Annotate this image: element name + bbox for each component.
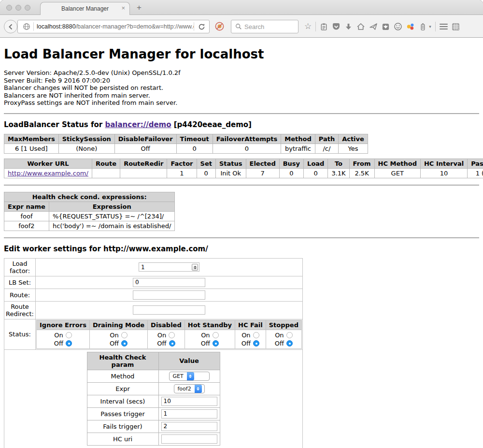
on-label: On — [201, 332, 210, 339]
col-method: Method — [281, 134, 315, 144]
search-input[interactable] — [244, 23, 298, 30]
reload-button[interactable] — [194, 23, 209, 30]
toolbar-divider — [315, 22, 316, 31]
radio-draining-mode-off[interactable] — [121, 340, 128, 347]
home-icon[interactable] — [356, 22, 365, 31]
browser-tab[interactable]: Balancer Manager × — [40, 2, 130, 15]
url-text[interactable]: localhost:8880/balancer-manager?b=demo&w… — [34, 23, 194, 30]
edit-worker-heading: Edit worker settings for http://www.exam… — [4, 245, 479, 253]
route-input[interactable] — [133, 290, 205, 300]
radio-hc-fail-on[interactable] — [253, 332, 259, 338]
table-row: foof2 hc('body') =~ /domain is establish… — [4, 221, 175, 231]
search-bar[interactable] — [231, 20, 298, 33]
worker-table: Worker URL Route RouteRedir Factor Set S… — [4, 159, 483, 178]
col-path: Path — [315, 134, 338, 144]
back-arrow-icon — [8, 24, 14, 30]
radio-hot-standby-on[interactable] — [213, 332, 219, 338]
fails-input[interactable] — [161, 422, 217, 431]
send-page-icon[interactable] — [369, 22, 378, 31]
radio-disabled-on[interactable] — [169, 332, 175, 338]
bookmark-star-icon[interactable]: ☆ — [304, 22, 312, 31]
radio-hot-standby-off[interactable] — [213, 340, 219, 347]
status-header-row: Ignore Errors Draining Mode Disabled Hot… — [37, 320, 302, 330]
radio-disabled-off[interactable] — [169, 340, 175, 347]
on-label: On — [242, 332, 250, 339]
back-button[interactable] — [4, 20, 17, 33]
balancer-demo-link[interactable]: balancer://demo — [105, 120, 171, 129]
radio-stopped-off[interactable] — [286, 340, 293, 347]
form-row-route: Route: — [4, 289, 303, 301]
interval-label: Interval (secs) — [87, 395, 158, 407]
save-to-device-icon[interactable] — [382, 23, 390, 31]
status-table: Ignore Errors Draining Mode Disabled Hot… — [36, 320, 302, 349]
radio-stopped-on[interactable] — [286, 332, 293, 338]
toolbar-divider — [435, 22, 436, 31]
hc-uri-label: HC uri — [87, 433, 158, 445]
param-row-fails: Fails trigger) — [87, 420, 220, 433]
interval-input[interactable] — [161, 397, 217, 406]
heading-suffix: [p4420eeae_demo] — [171, 120, 252, 129]
notice-line: Balancer changes will NOT be persisted o… — [4, 84, 479, 92]
divider — [4, 237, 479, 238]
balancer-summary-table: MaxMembers StickySession DisableFailover… — [4, 134, 368, 154]
notice-line: ProxyPass settings are NOT inherited fro… — [4, 99, 479, 107]
new-tab-button[interactable]: + — [137, 3, 142, 13]
on-label: On — [110, 332, 118, 339]
param-row-passes: Passes trigger — [87, 407, 220, 420]
expr-select[interactable]: foof2 — [174, 384, 205, 393]
tile-tabs-icon[interactable] — [452, 23, 460, 31]
radio-ignore-errors-on[interactable] — [66, 332, 72, 338]
passes-label: Passes trigger — [87, 407, 158, 420]
extension-colordots-icon[interactable] — [406, 22, 415, 31]
lb-set-input[interactable] — [133, 278, 205, 287]
table-header-row: Expr name Expression — [4, 202, 175, 211]
chevron-down-icon[interactable]: ▾ — [429, 24, 431, 29]
passes-input[interactable] — [161, 409, 217, 419]
divider — [4, 113, 479, 114]
form-row-route-redirect: Route Redirect: — [4, 301, 303, 319]
worker-row: http://www.example.com/ 1 0 Init Ok 7 0 … — [4, 168, 483, 178]
health-check-param-table: Health Check param Value Method GET Expr — [87, 352, 220, 446]
table-row: foof %{REQUEST_STATUS} =~ /^[234]/ — [4, 211, 175, 221]
worker-url-link[interactable]: http://www.example.com/ — [8, 170, 88, 177]
tab-close-icon[interactable]: × — [121, 5, 125, 12]
method-select[interactable]: GET — [169, 372, 210, 381]
off-label: Off — [54, 340, 63, 347]
downloads-icon[interactable] — [344, 23, 353, 31]
form-row-status: Status: Ignore Errors Draining Mode Disa… — [4, 319, 303, 349]
battery-extension-icon[interactable] — [419, 23, 427, 31]
pocket-icon[interactable] — [332, 22, 341, 31]
window-minimize-button[interactable] — [15, 5, 21, 11]
param-row-hc-uri: HC uri — [87, 433, 220, 445]
heading-prefix: LoadBalancer Status for — [4, 120, 105, 129]
search-icon — [235, 23, 242, 30]
form-row-lb-set: LB Set: — [4, 276, 303, 289]
col-ignore-errors: Ignore Errors — [37, 320, 90, 330]
select-stepper-icon — [195, 385, 202, 393]
url-bar[interactable]: localhost:8880/balancer-manager?b=demo&w… — [17, 20, 210, 33]
col-timeout: Timeout — [176, 134, 213, 144]
server-info: Server Version: Apache/2.5.0-dev (Unix) … — [4, 69, 479, 107]
content-blocked-icon[interactable] — [214, 21, 225, 31]
status-radio-row: On Off On Off On Off — [37, 330, 302, 348]
number-stepper-icon[interactable] — [192, 264, 198, 271]
col-hc-fail: HC Fail — [235, 320, 266, 330]
window-zoom-button[interactable] — [25, 5, 30, 11]
window-controls — [6, 5, 30, 11]
hc-uri-input[interactable] — [161, 434, 217, 444]
radio-draining-mode-on[interactable] — [121, 332, 128, 338]
route-redirect-input[interactable] — [133, 305, 205, 315]
load-factor-input[interactable] — [139, 262, 199, 272]
radio-hc-fail-off[interactable] — [253, 340, 259, 347]
server-built-line: Server Built: Feb 9 2016 07:00:20 — [4, 77, 479, 85]
load-factor-label: Load factor: — [4, 258, 36, 276]
health-check-expressions-table: Health check cond. expressions: Expr nam… — [4, 192, 175, 231]
feedback-smiley-icon[interactable] — [394, 22, 402, 31]
param-row-method: Method GET — [87, 370, 220, 382]
expr-label: Expr — [87, 382, 158, 395]
window-close-button[interactable] — [6, 5, 12, 11]
table-header-row: Worker URL Route RouteRedir Factor Set S… — [4, 159, 483, 168]
reading-list-icon[interactable] — [320, 23, 328, 31]
radio-ignore-errors-off[interactable] — [66, 340, 72, 347]
toolbar-icons: ☆ — [304, 20, 480, 33]
